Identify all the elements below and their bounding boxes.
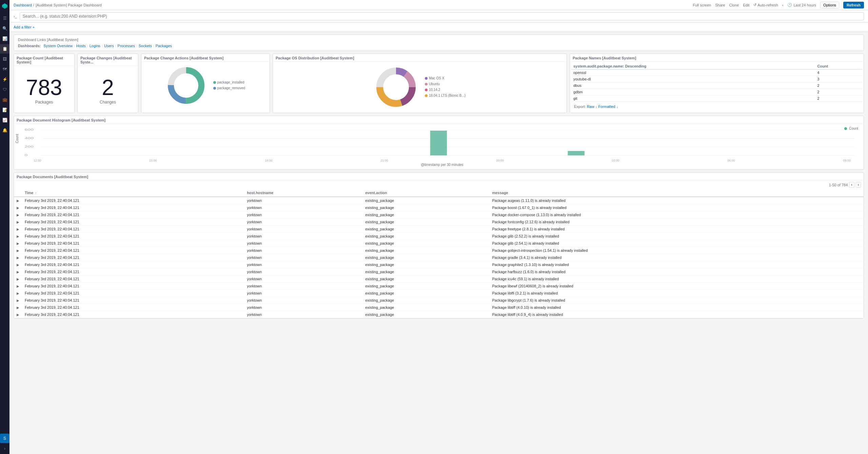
search-input[interactable]: [20, 12, 864, 20]
row-expand-button[interactable]: ▶: [17, 220, 19, 224]
share-button[interactable]: Share: [715, 3, 725, 7]
row-expand-button[interactable]: ▶: [17, 270, 19, 274]
row-expand-button[interactable]: ▶: [17, 313, 19, 317]
next-page-button[interactable]: ›: [856, 182, 861, 188]
table-row[interactable]: ▶ February 3rd 2019, 22:40:04.121 yorkto…: [14, 211, 864, 219]
options-button[interactable]: Options: [820, 2, 839, 8]
table-row[interactable]: ▶ February 3rd 2019, 22:40:04.121 yorkto…: [14, 290, 864, 297]
table-row[interactable]: ▶ February 3rd 2019, 22:40:04.121 yorkto…: [14, 240, 864, 247]
table-row[interactable]: ▶ February 3rd 2019, 22:40:04.121 yorkto…: [14, 219, 864, 226]
table-row[interactable]: ▶ February 3rd 2019, 22:40:04.121 yorkto…: [14, 283, 864, 290]
message-cell: Package libtiff (4.0.10) is already inst…: [489, 304, 864, 311]
table-row[interactable]: ▶ February 3rd 2019, 22:40:04.121 yorkto…: [14, 276, 864, 283]
export-formatted[interactable]: Formatted: [598, 105, 615, 109]
sidebar-logs[interactable]: 📝: [0, 105, 9, 115]
table-row[interactable]: ▶ February 3rd 2019, 22:40:04.121 yorkto…: [14, 197, 864, 204]
time-cell: February 3rd 2019, 22:40:04.121: [22, 197, 244, 204]
documents-table: Time ↑ host.hostname event.action messag…: [14, 189, 864, 318]
link-packages[interactable]: Packages: [156, 44, 172, 48]
sidebar-apm[interactable]: 📈: [0, 115, 9, 125]
prev-page-button[interactable]: ‹: [849, 182, 854, 188]
col-count-header[interactable]: Count: [815, 63, 862, 70]
table-row[interactable]: youtube-dl3: [571, 76, 862, 82]
sidebar-siem[interactable]: 🛡: [0, 85, 9, 94]
edit-button[interactable]: Edit: [743, 3, 749, 7]
table-row[interactable]: ▶ February 3rd 2019, 22:40:04.121 yorkto…: [14, 204, 864, 211]
package-name-cell: gdbm: [571, 89, 815, 95]
sidebar-discover[interactable]: 🔍: [0, 24, 9, 33]
sidebar-ml[interactable]: ⚡: [0, 75, 9, 84]
hostname-cell: yorktown: [244, 219, 362, 226]
time-cell: February 3rd 2019, 22:40:04.121: [22, 219, 244, 226]
filter-bar: Add a filter +: [9, 22, 868, 32]
app-logo[interactable]: [1, 3, 8, 10]
row-expand-button[interactable]: ▶: [17, 306, 19, 309]
auto-refresh-toggle[interactable]: ↺ Auto-refresh: [753, 3, 778, 7]
table-row[interactable]: dbus2: [571, 82, 862, 89]
refresh-icon: ↺: [753, 3, 756, 7]
sidebar-maps[interactable]: 🗺: [0, 64, 9, 74]
dashboard-links-nav: Dashboards: System Overview | Hosts | Lo…: [18, 44, 860, 48]
col-name-header[interactable]: system.audit.package.name: Descending: [571, 63, 815, 70]
sidebar-visualize[interactable]: 📊: [0, 34, 9, 43]
table-row[interactable]: ▶ February 3rd 2019, 22:40:04.121 yorkto…: [14, 233, 864, 240]
col-message-header[interactable]: message: [489, 189, 864, 197]
legend-installed: package_installed: [213, 80, 245, 84]
table-row[interactable]: ▶ February 3rd 2019, 22:40:04.121 yorkto…: [14, 297, 864, 304]
row-expand-button[interactable]: ▶: [17, 263, 19, 267]
table-row[interactable]: openssl4: [571, 70, 862, 76]
clone-button[interactable]: Clone: [729, 3, 739, 7]
prev-time-button[interactable]: ‹: [782, 3, 784, 7]
link-system-overview[interactable]: System Overview: [43, 44, 73, 48]
row-expand-button[interactable]: ▶: [17, 299, 19, 302]
row-expand-button[interactable]: ▶: [17, 284, 19, 288]
row-expand-button[interactable]: ▶: [17, 277, 19, 281]
row-expand-button[interactable]: ▶: [17, 249, 19, 252]
sidebar-infrastructure[interactable]: 💼: [0, 95, 9, 105]
link-processes[interactable]: Processes: [118, 44, 135, 48]
message-cell: Package docker-compose (1.13.0) is alrea…: [489, 211, 864, 219]
sidebar-spaces[interactable]: S: [0, 434, 9, 443]
table-row[interactable]: ▶ February 3rd 2019, 22:40:04.121 yorkto…: [14, 304, 864, 311]
time-range-picker[interactable]: 🕐 Last 24 hours: [787, 3, 816, 7]
sidebar-dashboard[interactable]: 📋: [0, 44, 9, 54]
row-expand-button[interactable]: ▶: [17, 199, 19, 203]
time-cell: February 3rd 2019, 22:40:04.121: [22, 268, 244, 276]
time-cell: February 3rd 2019, 22:40:04.121: [22, 240, 244, 247]
col-event-action-header[interactable]: event.action: [362, 189, 489, 197]
package-count-cell: 4: [815, 70, 862, 76]
hostname-cell: yorktown: [244, 261, 362, 268]
col-hostname-header[interactable]: host.hostname: [244, 189, 362, 197]
row-expand-button[interactable]: ▶: [17, 256, 19, 260]
breadcrumb-dashboard[interactable]: Dashboard: [14, 3, 32, 7]
table-row[interactable]: ▶ February 3rd 2019, 22:40:04.121 yorkto…: [14, 261, 864, 268]
link-hosts[interactable]: Hosts: [76, 44, 86, 48]
sidebar-toggle[interactable]: ☰: [0, 14, 9, 23]
link-sockets[interactable]: Sockets: [139, 44, 152, 48]
table-row[interactable]: gdbm2: [571, 89, 862, 95]
row-expand-button[interactable]: ▶: [17, 213, 19, 217]
table-row[interactable]: ▶ February 3rd 2019, 22:40:04.121 yorkto…: [14, 254, 864, 261]
export-raw[interactable]: Raw: [587, 105, 594, 109]
link-users[interactable]: Users: [104, 44, 114, 48]
row-expand-button[interactable]: ▶: [17, 234, 19, 238]
sidebar-uptime[interactable]: 🔔: [0, 126, 9, 135]
package-name-cell: openssl: [571, 70, 815, 76]
full-screen-button[interactable]: Full screen: [693, 3, 711, 7]
sidebar-expand[interactable]: ›: [0, 444, 9, 453]
row-expand-button[interactable]: ▶: [17, 242, 19, 245]
event-action-cell: existing_package: [362, 219, 489, 226]
row-expand-button[interactable]: ▶: [17, 291, 19, 295]
row-expand-button[interactable]: ▶: [17, 227, 19, 231]
add-filter-button[interactable]: Add a filter +: [14, 25, 35, 29]
link-logins[interactable]: Logins: [90, 44, 100, 48]
table-row[interactable]: git2: [571, 95, 862, 102]
table-row[interactable]: ▶ February 3rd 2019, 22:40:04.121 yorkto…: [14, 311, 864, 318]
table-row[interactable]: ▶ February 3rd 2019, 22:40:04.121 yorkto…: [14, 268, 864, 276]
table-row[interactable]: ▶ February 3rd 2019, 22:40:04.121 yorkto…: [14, 247, 864, 254]
col-time-header[interactable]: Time ↑: [22, 189, 244, 197]
refresh-button[interactable]: Refresh: [843, 2, 864, 8]
sidebar-canvas[interactable]: 🖼: [0, 54, 9, 64]
table-row[interactable]: ▶ February 3rd 2019, 22:40:04.121 yorkto…: [14, 226, 864, 233]
row-expand-button[interactable]: ▶: [17, 206, 19, 210]
